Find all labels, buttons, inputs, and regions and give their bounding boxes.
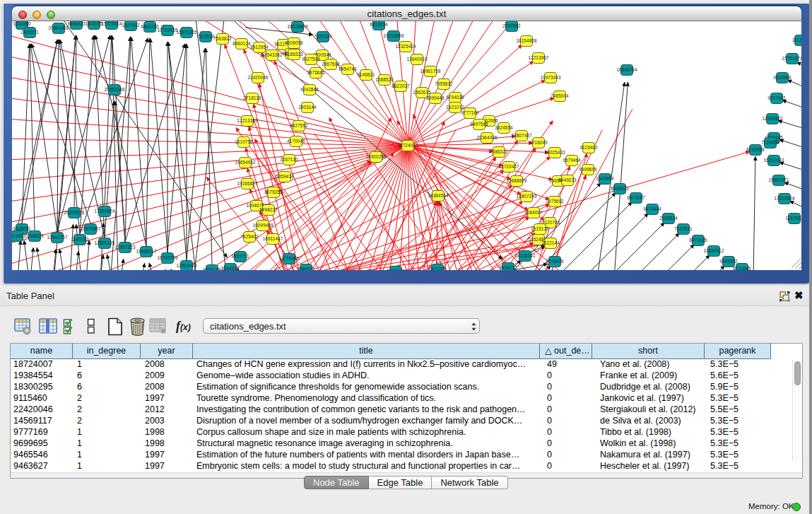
svg-text:8186323: 8186323 [285, 52, 303, 57]
svg-text:9327508: 9327508 [302, 57, 320, 62]
svg-text:13942757: 13942757 [47, 235, 68, 240]
svg-text:16911447: 16911447 [263, 236, 283, 241]
svg-text:9579464: 9579464 [563, 158, 581, 163]
svg-text:16671355: 16671355 [176, 30, 197, 35]
svg-text:10688609: 10688609 [506, 178, 527, 183]
svg-text:8960124: 8960124 [233, 41, 251, 46]
svg-text:10975887: 10975887 [80, 226, 101, 231]
svg-text:22420046: 22420046 [247, 75, 269, 80]
svg-text:7563822: 7563822 [213, 36, 232, 41]
svg-text:8094521: 8094521 [221, 266, 240, 270]
svg-text:9329966: 9329966 [773, 75, 792, 80]
svg-text:12325419: 12325419 [395, 44, 416, 49]
svg-text:1733426: 1733426 [546, 259, 564, 264]
svg-text:1975692: 1975692 [546, 199, 564, 204]
svg-text:6879197: 6879197 [627, 195, 645, 200]
svg-text:8471206: 8471206 [428, 267, 447, 270]
svg-text:16648784: 16648784 [616, 67, 637, 72]
svg-text:9242848: 9242848 [300, 87, 319, 92]
svg-text:17957223: 17957223 [114, 245, 136, 250]
svg-text:9474444: 9474444 [643, 206, 661, 211]
svg-text:1562615: 1562615 [413, 90, 431, 95]
svg-text:8912954: 8912954 [250, 45, 269, 49]
svg-text:1342055: 1342055 [85, 21, 103, 26]
svg-text:6216049: 6216049 [529, 140, 548, 145]
svg-text:20691406: 20691406 [48, 25, 69, 30]
svg-text:9245652: 9245652 [719, 259, 738, 264]
svg-text:18724007: 18724007 [397, 143, 418, 148]
svg-text:8215958: 8215958 [746, 147, 765, 152]
svg-text:6466160: 6466160 [141, 24, 159, 29]
svg-text:3911903: 3911903 [12, 233, 26, 238]
svg-text:1527602: 1527602 [122, 23, 140, 28]
svg-text:2718126: 2718126 [243, 95, 261, 100]
svg-text:7485004: 7485004 [551, 93, 569, 98]
svg-text:16543382: 16543382 [261, 52, 283, 57]
svg-text:9777169: 9777169 [461, 110, 479, 115]
svg-text:9084067: 9084067 [524, 210, 543, 215]
svg-text:8471626: 8471626 [689, 238, 707, 243]
svg-text:8990448: 8990448 [426, 95, 445, 100]
svg-text:7955812: 7955812 [435, 81, 453, 86]
svg-text:18807249: 18807249 [516, 194, 537, 199]
svg-text:1145193: 1145193 [71, 237, 88, 242]
svg-text:9657771: 9657771 [231, 254, 249, 259]
svg-text:6497568: 6497568 [470, 122, 488, 127]
svg-text:12213369: 12213369 [237, 118, 258, 123]
svg-text:1112304: 1112304 [792, 37, 801, 42]
svg-text:9115460: 9115460 [579, 145, 597, 150]
svg-text:5359414: 5359414 [276, 174, 294, 179]
svg-text:8322037: 8322037 [392, 83, 410, 88]
svg-text:19166827: 19166827 [237, 181, 258, 186]
svg-text:16033809: 16033809 [287, 24, 308, 29]
svg-text:3267130: 3267130 [280, 157, 298, 162]
svg-text:2867608: 2867608 [322, 62, 340, 66]
svg-text:9203148: 9203148 [203, 267, 221, 270]
svg-text:14136141: 14136141 [514, 253, 536, 258]
svg-text:8498222: 8498222 [259, 207, 278, 212]
svg-text:17016504: 17016504 [774, 196, 795, 201]
svg-text:9699695: 9699695 [579, 167, 597, 172]
svg-text:19654932: 19654932 [235, 160, 256, 165]
svg-text:2087682: 2087682 [502, 23, 521, 28]
svg-text:7386322: 7386322 [490, 149, 508, 154]
svg-text:6794028: 6794028 [446, 95, 464, 100]
svg-text:1640954: 1640954 [596, 176, 614, 181]
svg-text:18300295: 18300295 [365, 154, 387, 159]
svg-text:15720407: 15720407 [498, 164, 519, 169]
svg-text:9934012: 9934012 [499, 265, 517, 270]
svg-text:8938923: 8938923 [611, 186, 629, 191]
svg-text:19384554: 19384554 [428, 193, 449, 198]
svg-text:7625402: 7625402 [240, 234, 259, 239]
svg-text:9806420: 9806420 [67, 21, 86, 26]
svg-text:13640910: 13640910 [406, 57, 428, 62]
svg-text:12923448: 12923448 [176, 263, 197, 268]
svg-text:7515526: 7515526 [196, 34, 215, 39]
svg-text:1588520: 1588520 [375, 77, 394, 82]
svg-text:2803144: 2803144 [298, 105, 317, 110]
svg-text:10025433: 10025433 [544, 150, 565, 155]
svg-text:1610755: 1610755 [235, 139, 253, 144]
svg-text:15751074: 15751074 [782, 56, 801, 61]
svg-text:20364436: 20364436 [476, 135, 498, 140]
svg-text:8813054: 8813054 [370, 22, 388, 27]
svg-text:1603380: 1603380 [13, 21, 31, 26]
svg-text:9227342: 9227342 [767, 95, 786, 100]
svg-text:12213967: 12213967 [528, 55, 549, 60]
svg-text:1156829: 1156829 [25, 233, 43, 238]
svg-text:20053346: 20053346 [104, 87, 125, 92]
svg-text:3875685: 3875685 [307, 70, 325, 75]
svg-text:17359924: 17359924 [94, 209, 115, 214]
svg-text:2923448: 2923448 [387, 269, 405, 270]
svg-text:8427552: 8427552 [290, 123, 308, 128]
svg-text:10961758: 10961758 [420, 69, 441, 74]
svg-text:8712045: 8712045 [733, 266, 751, 270]
svg-text:10807487: 10807487 [511, 133, 532, 138]
svg-text:16099489: 16099489 [252, 223, 273, 228]
svg-text:1167533: 1167533 [785, 216, 801, 221]
svg-text:19218506: 19218506 [383, 33, 404, 38]
svg-text:15692971: 15692971 [768, 177, 789, 182]
svg-text:9245012: 9245012 [297, 267, 315, 270]
svg-text:10719155: 10719155 [157, 28, 178, 33]
svg-text:15723414: 15723414 [101, 21, 122, 26]
